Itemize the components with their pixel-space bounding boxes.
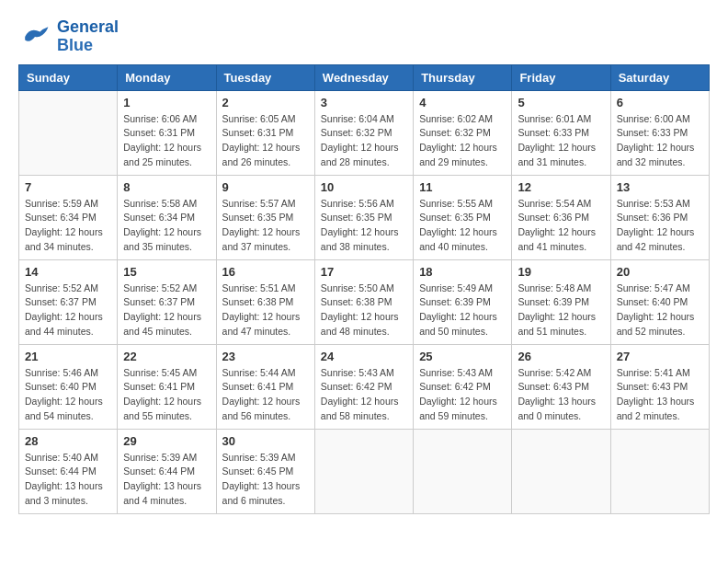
day-info: Sunrise: 6:06 AM Sunset: 6:31 PM Dayligh… [123, 112, 210, 170]
calendar-cell: 25Sunrise: 5:43 AM Sunset: 6:42 PM Dayli… [414, 344, 512, 429]
calendar-cell: 14Sunrise: 5:52 AM Sunset: 6:37 PM Dayli… [19, 259, 118, 344]
day-info: Sunrise: 5:53 AM Sunset: 6:36 PM Dayligh… [617, 197, 703, 255]
day-info: Sunrise: 5:39 AM Sunset: 6:44 PM Dayligh… [123, 451, 210, 509]
logo-text: General Blue [57, 18, 119, 55]
calendar-cell: 12Sunrise: 5:54 AM Sunset: 6:36 PM Dayli… [512, 175, 610, 259]
day-number: 30 [222, 434, 309, 448]
calendar-cell: 26Sunrise: 5:42 AM Sunset: 6:43 PM Dayli… [512, 344, 610, 429]
day-info: Sunrise: 6:04 AM Sunset: 6:32 PM Dayligh… [321, 112, 407, 170]
day-info: Sunrise: 5:41 AM Sunset: 6:43 PM Dayligh… [617, 366, 703, 424]
calendar-cell: 13Sunrise: 5:53 AM Sunset: 6:36 PM Dayli… [610, 175, 709, 259]
day-info: Sunrise: 5:59 AM Sunset: 6:34 PM Dayligh… [25, 197, 111, 255]
calendar-table: SundayMondayTuesdayWednesdayThursdayFrid… [18, 64, 710, 514]
day-number: 8 [123, 180, 210, 194]
day-info: Sunrise: 5:49 AM Sunset: 6:39 PM Dayligh… [419, 282, 506, 339]
calendar-cell: 8Sunrise: 5:58 AM Sunset: 6:34 PM Daylig… [118, 175, 216, 259]
day-number: 27 [617, 350, 703, 363]
day-number: 29 [123, 434, 210, 448]
day-number: 4 [419, 96, 506, 109]
day-info: Sunrise: 5:42 AM Sunset: 6:43 PM Dayligh… [518, 366, 604, 424]
weekday-header-thursday: Thursday [414, 64, 512, 90]
day-info: Sunrise: 5:51 AM Sunset: 6:38 PM Dayligh… [222, 282, 309, 339]
day-info: Sunrise: 5:43 AM Sunset: 6:42 PM Dayligh… [321, 366, 407, 424]
day-number: 11 [419, 180, 506, 194]
calendar-cell [610, 429, 709, 513]
day-number: 21 [25, 350, 111, 363]
day-number: 25 [419, 350, 506, 363]
day-number: 13 [617, 180, 703, 194]
day-info: Sunrise: 5:44 AM Sunset: 6:41 PM Dayligh… [222, 366, 309, 424]
day-info: Sunrise: 5:52 AM Sunset: 6:37 PM Dayligh… [25, 282, 111, 339]
calendar-cell: 4Sunrise: 6:02 AM Sunset: 6:32 PM Daylig… [414, 90, 512, 175]
calendar-cell: 7Sunrise: 5:59 AM Sunset: 6:34 PM Daylig… [19, 175, 118, 259]
day-number: 17 [321, 265, 407, 279]
calendar-cell [19, 90, 118, 175]
day-number: 9 [222, 180, 309, 194]
day-number: 6 [617, 96, 703, 109]
calendar-cell: 20Sunrise: 5:47 AM Sunset: 6:40 PM Dayli… [610, 259, 709, 344]
day-number: 19 [518, 265, 604, 279]
page-header: General Blue [18, 18, 710, 55]
calendar-cell: 10Sunrise: 5:56 AM Sunset: 6:35 PM Dayli… [314, 175, 413, 259]
weekday-header-tuesday: Tuesday [216, 64, 314, 90]
weekday-header-saturday: Saturday [610, 64, 709, 90]
day-number: 1 [123, 96, 210, 109]
calendar-cell: 21Sunrise: 5:46 AM Sunset: 6:40 PM Dayli… [19, 344, 118, 429]
day-info: Sunrise: 5:45 AM Sunset: 6:41 PM Dayligh… [123, 366, 210, 424]
calendar-cell: 29Sunrise: 5:39 AM Sunset: 6:44 PM Dayli… [118, 429, 216, 513]
calendar-cell: 22Sunrise: 5:45 AM Sunset: 6:41 PM Dayli… [118, 344, 216, 429]
day-number: 14 [25, 265, 111, 279]
calendar-cell: 11Sunrise: 5:55 AM Sunset: 6:35 PM Dayli… [414, 175, 512, 259]
day-number: 26 [518, 350, 604, 363]
day-info: Sunrise: 6:00 AM Sunset: 6:33 PM Dayligh… [617, 112, 703, 170]
calendar-cell [414, 429, 512, 513]
day-number: 16 [222, 265, 309, 279]
weekday-header-sunday: Sunday [19, 64, 118, 90]
calendar-cell: 18Sunrise: 5:49 AM Sunset: 6:39 PM Dayli… [414, 259, 512, 344]
calendar-cell [512, 429, 610, 513]
day-info: Sunrise: 6:02 AM Sunset: 6:32 PM Dayligh… [419, 112, 506, 170]
calendar-cell: 9Sunrise: 5:57 AM Sunset: 6:35 PM Daylig… [216, 175, 314, 259]
day-info: Sunrise: 5:46 AM Sunset: 6:40 PM Dayligh… [25, 366, 111, 424]
day-number: 28 [25, 434, 111, 448]
calendar-cell: 24Sunrise: 5:43 AM Sunset: 6:42 PM Dayli… [314, 344, 413, 429]
day-info: Sunrise: 5:56 AM Sunset: 6:35 PM Dayligh… [321, 197, 407, 255]
logo-icon [18, 20, 51, 53]
day-info: Sunrise: 5:43 AM Sunset: 6:42 PM Dayligh… [419, 366, 506, 424]
calendar-cell: 30Sunrise: 5:39 AM Sunset: 6:45 PM Dayli… [216, 429, 314, 513]
calendar-cell: 17Sunrise: 5:50 AM Sunset: 6:38 PM Dayli… [314, 259, 413, 344]
day-number: 3 [321, 96, 407, 109]
calendar-cell: 28Sunrise: 5:40 AM Sunset: 6:44 PM Dayli… [19, 429, 118, 513]
weekday-header-monday: Monday [118, 64, 216, 90]
day-info: Sunrise: 5:39 AM Sunset: 6:45 PM Dayligh… [222, 451, 309, 509]
calendar-cell: 16Sunrise: 5:51 AM Sunset: 6:38 PM Dayli… [216, 259, 314, 344]
calendar-week-1: 1Sunrise: 6:06 AM Sunset: 6:31 PM Daylig… [19, 90, 710, 175]
day-number: 12 [518, 180, 604, 194]
day-number: 15 [123, 265, 210, 279]
day-number: 7 [25, 180, 111, 194]
day-number: 10 [321, 180, 407, 194]
day-info: Sunrise: 5:52 AM Sunset: 6:37 PM Dayligh… [123, 282, 210, 339]
calendar-cell: 23Sunrise: 5:44 AM Sunset: 6:41 PM Dayli… [216, 344, 314, 429]
day-number: 18 [419, 265, 506, 279]
calendar-cell: 2Sunrise: 6:05 AM Sunset: 6:31 PM Daylig… [216, 90, 314, 175]
calendar-cell: 5Sunrise: 6:01 AM Sunset: 6:33 PM Daylig… [512, 90, 610, 175]
calendar-cell: 27Sunrise: 5:41 AM Sunset: 6:43 PM Dayli… [610, 344, 709, 429]
day-info: Sunrise: 5:47 AM Sunset: 6:40 PM Dayligh… [617, 282, 703, 339]
day-info: Sunrise: 5:40 AM Sunset: 6:44 PM Dayligh… [25, 451, 111, 509]
calendar-week-4: 21Sunrise: 5:46 AM Sunset: 6:40 PM Dayli… [19, 344, 710, 429]
calendar-week-2: 7Sunrise: 5:59 AM Sunset: 6:34 PM Daylig… [19, 175, 710, 259]
calendar-week-3: 14Sunrise: 5:52 AM Sunset: 6:37 PM Dayli… [19, 259, 710, 344]
day-number: 20 [617, 265, 703, 279]
calendar-cell [314, 429, 413, 513]
day-number: 24 [321, 350, 407, 363]
day-number: 22 [123, 350, 210, 363]
day-info: Sunrise: 5:54 AM Sunset: 6:36 PM Dayligh… [518, 197, 604, 255]
day-info: Sunrise: 5:48 AM Sunset: 6:39 PM Dayligh… [518, 282, 604, 339]
weekday-header-friday: Friday [512, 64, 610, 90]
calendar-cell: 6Sunrise: 6:00 AM Sunset: 6:33 PM Daylig… [610, 90, 709, 175]
day-number: 23 [222, 350, 309, 363]
weekday-header-wednesday: Wednesday [314, 64, 413, 90]
calendar-cell: 19Sunrise: 5:48 AM Sunset: 6:39 PM Dayli… [512, 259, 610, 344]
calendar-cell: 15Sunrise: 5:52 AM Sunset: 6:37 PM Dayli… [118, 259, 216, 344]
